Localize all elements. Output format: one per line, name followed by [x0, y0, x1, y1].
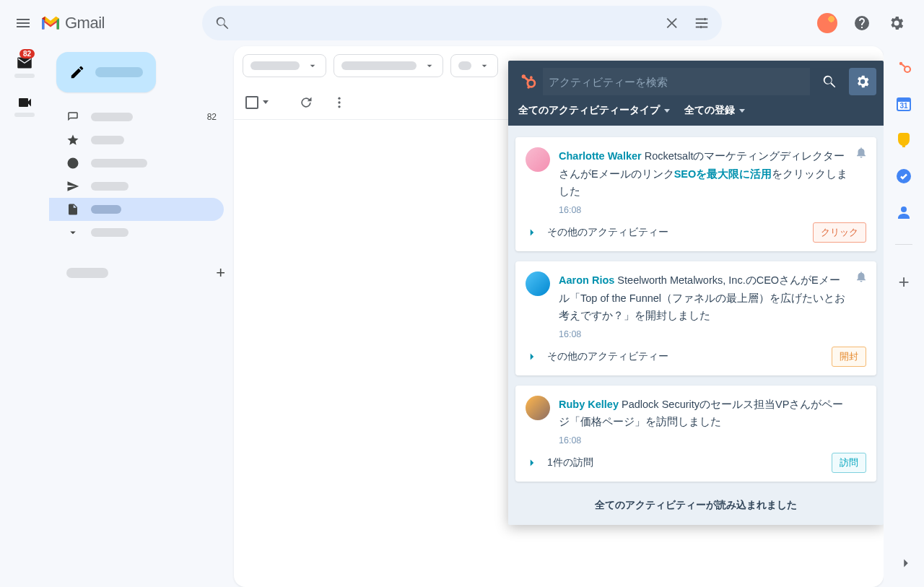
rail-meet[interactable]	[14, 94, 35, 117]
avatar	[526, 396, 550, 420]
activity-card: Charlotte Walker Rocketsaltのマーケティングディレクタ…	[515, 137, 876, 251]
rail-hubspot-icon[interactable]	[895, 59, 912, 77]
search-icon[interactable]	[208, 9, 237, 38]
filter-chip[interactable]	[334, 54, 443, 77]
select-all-checkbox[interactable]	[241, 96, 269, 109]
activity-text: Aaron Rios Steelworth Metalworks, Inc.のC…	[559, 271, 866, 325]
avatar	[526, 147, 550, 172]
hubspot-activity-panel: 全てのアクティビティータイプ 全ての登録 Charlotte Walker Ro…	[508, 61, 884, 525]
inbox-count: 82	[207, 112, 217, 122]
filter-chip[interactable]	[243, 54, 326, 77]
contact-name[interactable]: Charlotte Walker	[559, 150, 642, 162]
activity-text: Charlotte Walker Rocketsaltのマーケティングディレクタ…	[559, 147, 866, 201]
all-loaded-text: 全てのアクティビティーが読み込まれました	[515, 492, 876, 515]
bell-icon[interactable]	[855, 270, 868, 286]
support-icon[interactable]	[847, 9, 876, 38]
activity-text: Ruby Kelley Padlock Securityのセールス担当VPさんが…	[559, 396, 866, 431]
svg-point-16	[901, 206, 907, 212]
activity-badge: クリック	[813, 222, 866, 243]
activity-foot: その他のアクティビティー	[547, 226, 668, 239]
activity-badge: 訪問	[832, 453, 866, 473]
mail-badge: 82	[19, 49, 35, 58]
filter-chip[interactable]	[450, 54, 498, 77]
svg-rect-14	[902, 145, 905, 147]
side-panel-rail: 31 +	[884, 46, 924, 587]
svg-point-3	[338, 101, 340, 103]
app-title: Gmail	[65, 14, 105, 32]
hubspot-settings-button[interactable]	[849, 68, 876, 95]
nav-starred[interactable]	[49, 129, 224, 152]
activity-time: 16:08	[559, 329, 866, 339]
search-options-icon[interactable]	[687, 9, 716, 38]
main: 全てのアクティビティータイプ 全ての登録 Charlotte Walker Ro…	[234, 46, 924, 587]
rail-addons-button[interactable]: +	[898, 271, 909, 293]
contact-name[interactable]: Aaron Rios	[559, 274, 614, 286]
activity-foot: その他のアクティビティー	[547, 350, 668, 363]
topbar: Gmail	[0, 0, 924, 46]
svg-point-0	[704, 18, 707, 21]
svg-point-10	[905, 66, 910, 72]
rail-mail[interactable]: 82	[13, 53, 36, 78]
svg-point-7	[530, 76, 533, 79]
refresh-button[interactable]	[292, 88, 321, 117]
activity-badge: 開封	[832, 347, 866, 367]
svg-point-2	[338, 97, 340, 99]
compose-button[interactable]	[56, 52, 156, 92]
svg-point-4	[338, 105, 340, 108]
sidebar: 82 +	[49, 46, 234, 587]
activity-link[interactable]: SEOを最大限に活用	[674, 168, 772, 180]
search-bar[interactable]	[202, 6, 722, 40]
hubspot-filter-types[interactable]: 全てのアクティビティータイプ	[518, 104, 670, 117]
bell-icon[interactable]	[855, 146, 868, 162]
rail-tasks-icon[interactable]	[895, 168, 912, 185]
nav-sent[interactable]	[49, 175, 224, 198]
hubspot-search-button[interactable]	[816, 68, 843, 95]
main-menu-button[interactable]	[9, 9, 38, 38]
nav-snoozed[interactable]	[49, 152, 224, 175]
avatar	[526, 271, 550, 296]
hubspot-search-input[interactable]	[543, 68, 810, 95]
svg-point-8	[527, 86, 530, 89]
rail-calendar-icon[interactable]: 31	[895, 95, 912, 113]
activity-card: Ruby Kelley Padlock Securityのセールス担当VPさんが…	[515, 386, 876, 482]
nav-inbox[interactable]: 82	[49, 105, 224, 129]
rail-keep-icon[interactable]	[895, 131, 912, 149]
labels-header: +	[49, 261, 234, 284]
svg-point-1	[699, 26, 702, 29]
expand-icon[interactable]	[526, 226, 539, 239]
contact-name[interactable]: Ruby Kelley	[559, 399, 619, 410]
activity-time: 16:08	[559, 435, 866, 445]
hubspot-orb-icon[interactable]	[813, 9, 842, 38]
expand-icon[interactable]	[526, 350, 539, 363]
rail-contacts-icon[interactable]	[895, 204, 912, 221]
topbar-actions	[813, 9, 915, 38]
nav-more[interactable]	[49, 221, 224, 244]
activity-time: 16:08	[559, 205, 866, 215]
svg-text:31: 31	[899, 102, 908, 110]
logo[interactable]: Gmail	[40, 14, 201, 32]
activity-card: Aaron Rios Steelworth Metalworks, Inc.のC…	[515, 261, 876, 375]
more-button[interactable]	[325, 88, 354, 117]
clear-search-icon[interactable]	[658, 9, 687, 38]
nav-drafts[interactable]	[49, 198, 224, 221]
expand-icon[interactable]	[526, 456, 539, 469]
settings-icon[interactable]	[882, 9, 911, 38]
app-rail: 82	[0, 46, 49, 587]
add-label-button[interactable]: +	[216, 264, 225, 282]
hubspot-filter-records[interactable]: 全ての登録	[684, 104, 745, 117]
rail-collapse-button[interactable]	[898, 555, 914, 574]
activity-foot: 1件の訪問	[547, 456, 593, 469]
hubspot-logo-icon	[517, 71, 537, 92]
